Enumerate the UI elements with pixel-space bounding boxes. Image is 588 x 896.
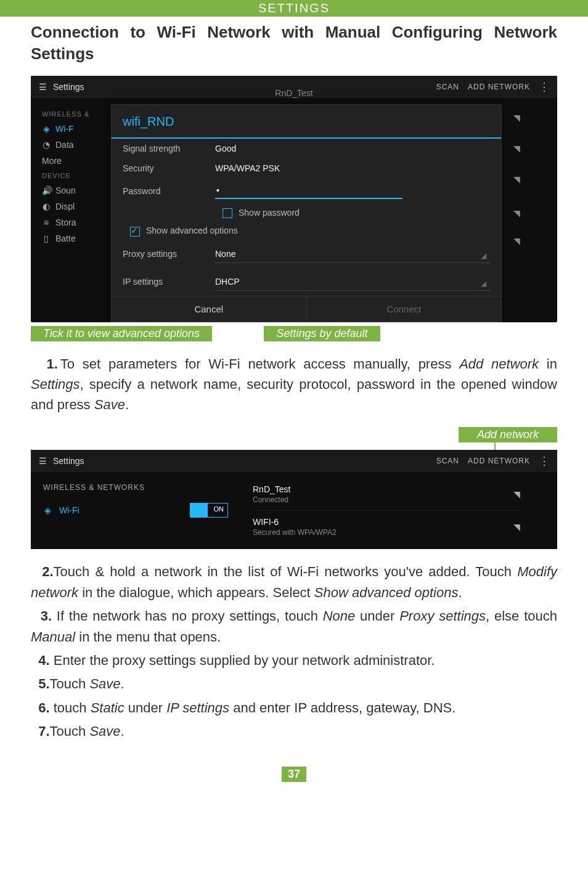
battery-icon: ▯ <box>42 234 51 243</box>
sidebar-section-wireless: WIRELESS & NETWORKS <box>43 483 228 492</box>
wifi-icon: ◈ <box>43 505 52 515</box>
checkbox-icon <box>223 208 232 218</box>
wifi-signal-icon: ◥ <box>513 489 520 499</box>
bg-network-name: RnD_Test <box>275 88 312 98</box>
topbar-title: Settings <box>53 456 84 466</box>
step-4-text: 4. Enter the proxy settings supplied by … <box>31 650 557 671</box>
show-password-checkbox[interactable]: Show password <box>112 204 501 222</box>
network-name: RnD_Test <box>253 484 290 494</box>
ip-settings-spinner[interactable]: DHCP◢ <box>215 273 490 291</box>
sidebar-item-sound[interactable]: 🔊Soun <box>42 185 116 195</box>
proxy-settings-label: Proxy settings <box>123 249 215 259</box>
display-icon: ◐ <box>42 202 51 211</box>
sound-icon: 🔊 <box>42 185 51 195</box>
cancel-button[interactable]: Cancel <box>112 296 306 322</box>
wifi-config-dialog: wifi_RND Signal strength Good Security W… <box>111 104 502 322</box>
wifi-signal-lock-icon: ◥ <box>513 522 520 532</box>
step-2-text: 2.Touch & hold a network in the list of … <box>31 561 557 603</box>
page-header: SETTINGS <box>0 0 588 17</box>
show-advanced-checkbox[interactable]: Show advanced options <box>112 222 501 240</box>
settings-icon: ☰ <box>38 456 47 466</box>
topbar-title: Settings <box>53 82 84 92</box>
password-label: Password <box>123 186 215 196</box>
add-network-button[interactable]: ADD NETWORK <box>468 83 530 91</box>
section-heading-line1: Connection to Wi-Fi Network with Manual … <box>31 23 557 42</box>
step-6-text: 6. touch Static under IP settings and en… <box>31 698 557 719</box>
network-status: Secured with WPA/WPA2 <box>253 528 337 537</box>
sidebar-item-display[interactable]: ◐Displ <box>42 202 116 211</box>
sidebar-item-battery[interactable]: ▯Batte <box>42 234 116 243</box>
settings-icon: ☰ <box>38 82 47 92</box>
sidebar-item-data[interactable]: ◔Data <box>42 140 116 150</box>
screenshot-wifi-list: ☰ Settings SCAN ADD NETWORK ⋮ WIRELESS &… <box>31 450 557 549</box>
signal-strength-value: Good <box>215 144 490 153</box>
dialog-title: wifi_RND <box>112 105 501 139</box>
security-label: Security <box>123 163 215 173</box>
sidebar-item-wifi[interactable]: ◈Wi-F <box>42 124 116 134</box>
connect-button[interactable]: Connect <box>306 296 502 322</box>
sidebar-item-storage[interactable]: ≡Stora <box>42 218 116 227</box>
section-heading-line2: Settings <box>31 44 557 63</box>
callout-default-settings: Settings by default <box>264 326 380 341</box>
wifi-toggle[interactable] <box>190 503 228 518</box>
scan-button[interactable]: SCAN <box>436 83 459 91</box>
dropdown-icon: ◢ <box>481 279 486 288</box>
sidebar-section-wireless: WIRELESS & <box>42 110 116 118</box>
page-number: 37 <box>282 767 306 782</box>
storage-icon: ≡ <box>42 218 51 227</box>
wifi-icon: ◈ <box>42 124 51 134</box>
overflow-icon[interactable]: ⋮ <box>539 83 550 91</box>
network-row[interactable]: WIFI-6 Secured with WPA/WPA2 ◥ <box>253 511 520 543</box>
signal-strength-label: Signal strength <box>123 144 215 153</box>
data-icon: ◔ <box>42 140 51 150</box>
step-1-text: 1.To set parameters for Wi-Fi network ac… <box>31 354 557 415</box>
password-input[interactable] <box>215 183 402 199</box>
ip-settings-label: IP settings <box>123 277 215 287</box>
step-5-text: 5.Touch Save. <box>31 674 557 694</box>
callout-add-network: Add network <box>459 427 557 442</box>
sidebar-section-device: DEVICE <box>42 172 116 179</box>
network-name: WIFI-6 <box>253 517 337 527</box>
screenshot-wifi-dialog: ☰ Settings SCAN ADD NETWORK ⋮ RnD_Test ◥… <box>31 76 557 322</box>
sidebar-item-wifi[interactable]: ◈ Wi-Fi <box>43 503 228 518</box>
network-status: Connected <box>253 495 290 504</box>
security-value: WPA/WPA2 PSK <box>215 163 490 173</box>
sidebar-item-more[interactable]: More <box>42 156 116 166</box>
step-3-text: 3. If the network has no proxy settings,… <box>31 606 557 648</box>
overflow-icon[interactable]: ⋮ <box>539 457 550 465</box>
scan-button[interactable]: SCAN <box>436 457 459 465</box>
network-row[interactable]: RnD_Test Connected ◥ <box>253 478 520 511</box>
callout-advanced-options: Tick it to view advanced options <box>31 326 212 341</box>
dropdown-icon: ◢ <box>481 251 486 260</box>
checkbox-checked-icon <box>130 227 140 237</box>
proxy-settings-spinner[interactable]: None◢ <box>215 245 490 263</box>
add-network-button[interactable]: ADD NETWORK <box>468 457 530 465</box>
step-7-text: 7.Touch Save. <box>31 721 557 742</box>
